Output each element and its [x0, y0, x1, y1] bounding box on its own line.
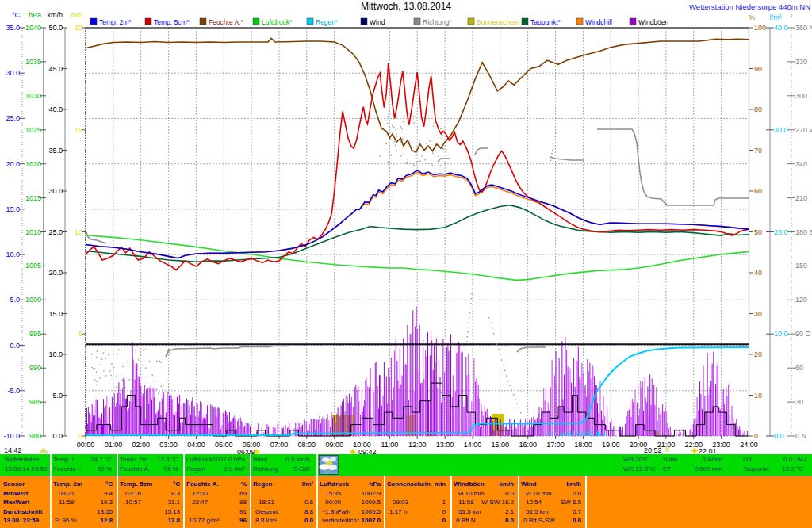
svg-text:16:00: 16:00	[519, 441, 537, 449]
svg-text:30.0: 30.0	[774, 126, 788, 134]
svg-text:240: 240	[795, 160, 807, 168]
svg-text:15.0: 15.0	[6, 205, 20, 213]
svg-text:90: 90	[754, 65, 762, 73]
svg-text:min: min	[71, 11, 82, 19]
svg-text:Temp. 5cmx: Temp. 5cmx	[154, 18, 190, 26]
svg-text:19:00: 19:00	[602, 441, 620, 449]
svg-text:40: 40	[754, 269, 762, 277]
svg-text:18:00: 18:00	[574, 441, 592, 449]
svg-text:Richtungx: Richtungx	[423, 18, 452, 26]
svg-text:80: 80	[754, 105, 762, 113]
svg-text:150: 150	[795, 262, 807, 270]
svg-text:10.0: 10.0	[48, 350, 63, 358]
svg-text:1040: 1040	[25, 24, 41, 32]
svg-text:hPa: hPa	[29, 11, 41, 19]
svg-text:1005: 1005	[25, 262, 41, 270]
svg-text:04:00: 04:00	[187, 441, 205, 449]
svg-text:40.0: 40.0	[774, 24, 788, 32]
svg-text:0: 0	[754, 432, 758, 440]
svg-text:Feuchte A.x: Feuchte A.x	[209, 18, 243, 26]
svg-text:20.0: 20.0	[774, 228, 788, 236]
svg-text:40.0: 40.0	[48, 105, 63, 113]
svg-text:Taupunktx: Taupunktx	[530, 18, 561, 26]
svg-text:13:00: 13:00	[436, 441, 454, 449]
svg-text:980: 980	[29, 432, 41, 440]
svg-text:0 N: 0 N	[795, 432, 806, 440]
svg-text:995: 995	[29, 330, 41, 338]
svg-text:1015: 1015	[25, 194, 41, 202]
svg-text:30.0: 30.0	[6, 69, 20, 77]
svg-text:14:42: 14:42	[4, 446, 22, 454]
svg-text:15.0: 15.0	[48, 310, 63, 318]
svg-text:35.0: 35.0	[6, 24, 20, 32]
svg-text:-10.0: -10.0	[3, 432, 20, 440]
svg-text:06:09: 06:09	[237, 448, 255, 454]
svg-text:1035: 1035	[25, 58, 41, 66]
svg-text:10.0: 10.0	[6, 251, 20, 258]
svg-text:15: 15	[75, 126, 82, 134]
svg-text:300: 300	[795, 92, 807, 100]
svg-text:12:00: 12:00	[408, 441, 427, 449]
svg-text:20:52: 20:52	[644, 446, 662, 454]
svg-text:08:00: 08:00	[298, 441, 316, 449]
svg-text:°C: °C	[12, 11, 21, 19]
svg-text:20: 20	[754, 350, 762, 358]
svg-text:270 W: 270 W	[795, 126, 812, 134]
svg-text:120: 120	[795, 296, 807, 304]
svg-text:45.0: 45.0	[48, 65, 63, 73]
svg-text:07:00: 07:00	[270, 441, 289, 449]
svg-text:10: 10	[754, 392, 762, 400]
svg-text:50.0: 50.0	[48, 24, 63, 32]
svg-text:30: 30	[754, 310, 762, 318]
svg-text:330: 330	[795, 58, 807, 66]
svg-text:22:01: 22:01	[699, 447, 717, 454]
svg-text:25.0: 25.0	[6, 114, 20, 122]
svg-text:09:00: 09:00	[325, 441, 343, 449]
svg-text:Windchill: Windchill	[585, 18, 612, 26]
svg-text:km/h: km/h	[47, 11, 63, 19]
svg-text:1000: 1000	[25, 296, 41, 304]
svg-text:03:00: 03:00	[159, 441, 178, 449]
svg-text:30.0: 30.0	[48, 187, 63, 195]
svg-text:210: 210	[795, 194, 807, 202]
svg-text:00:00: 00:00	[77, 441, 95, 449]
svg-text:180 S: 180 S	[795, 228, 812, 236]
svg-text:Wind: Wind	[370, 18, 385, 26]
svg-text:90 O: 90 O	[795, 330, 811, 338]
svg-text:%: %	[749, 13, 755, 21]
svg-text:09:42: 09:42	[358, 448, 377, 454]
svg-text:Mittwoch, 13.08.2014: Mittwoch, 13.08.2014	[361, 1, 451, 12]
svg-text:Regenx: Regenx	[316, 18, 338, 26]
svg-text:20.0: 20.0	[48, 269, 63, 277]
svg-text:Temp. 2mx: Temp. 2mx	[99, 18, 131, 26]
svg-text:360 N: 360 N	[795, 24, 812, 32]
svg-text:Wetterstation Niedersorpe 440m: Wetterstation Niedersorpe 440m NN	[689, 2, 810, 11]
svg-text:-5.0: -5.0	[7, 387, 20, 395]
svg-text:l/m²: l/m²	[770, 13, 782, 21]
svg-text:35.0: 35.0	[48, 147, 63, 155]
svg-text:5: 5	[79, 330, 82, 338]
svg-text:990: 990	[29, 364, 41, 372]
svg-text:1025: 1025	[25, 126, 41, 134]
svg-text:01:00: 01:00	[105, 441, 123, 449]
svg-text:60: 60	[795, 364, 803, 372]
svg-text:11:00: 11:00	[381, 441, 398, 449]
svg-text:20.0: 20.0	[6, 160, 20, 168]
svg-text:10: 10	[75, 228, 82, 236]
svg-text:20: 20	[75, 24, 82, 32]
svg-text:25.0: 25.0	[48, 228, 63, 236]
svg-text:02:00: 02:00	[132, 441, 150, 449]
svg-text:5.0: 5.0	[10, 296, 20, 304]
svg-text:05:00: 05:00	[215, 441, 233, 449]
svg-text:14:00: 14:00	[464, 441, 482, 449]
svg-text:60: 60	[754, 187, 762, 195]
svg-text:0.0: 0.0	[52, 432, 63, 440]
svg-text:Sonnenschein: Sonnenschein	[477, 18, 519, 26]
svg-text:1020: 1020	[25, 160, 41, 168]
svg-text:30: 30	[795, 398, 803, 406]
svg-text:1010: 1010	[25, 228, 41, 236]
svg-text:Luftdruckx: Luftdruckx	[262, 18, 292, 26]
svg-text:Windböen: Windböen	[638, 18, 669, 26]
svg-text:°: °	[790, 13, 793, 21]
svg-text:1030: 1030	[25, 92, 41, 100]
